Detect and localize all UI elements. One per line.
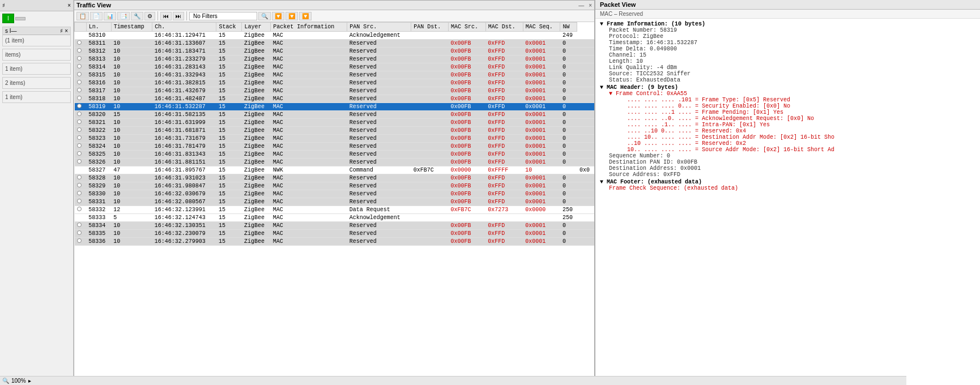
row-mac-dst: 0x0001 xyxy=(523,103,560,111)
table-row[interactable]: 583251016:46:31.83134315ZigBeeMACReserve… xyxy=(75,151,595,159)
table-row[interactable]: 5831016:46:31.12947115ZigBeeMACAcknowled… xyxy=(75,32,595,40)
toolbar-btn-6[interactable]: ⚙ xyxy=(144,12,155,20)
left-panel-close[interactable]: × xyxy=(67,2,71,8)
col-timestamp[interactable]: Timestamp xyxy=(111,23,152,32)
toolbar-btn-5[interactable]: 🔧 xyxy=(131,12,143,20)
table-row[interactable]: 583261016:46:31.88115115ZigBeeMACReserve… xyxy=(75,159,595,166)
mac-footer-header[interactable]: ▼ MAC Footer: (exhausted data) xyxy=(600,179,975,185)
table-row[interactable]: 583221016:46:31.68187115ZigBeeMACReserve… xyxy=(75,127,595,135)
filter-btn-2[interactable]: 🔽 xyxy=(272,12,284,20)
row-mac-dst: 0x0001 xyxy=(523,71,560,79)
row-layer: MAC xyxy=(271,79,347,87)
row-info: Reserved xyxy=(347,151,411,159)
row-icon xyxy=(75,71,87,79)
table-row[interactable]: 583181016:46:31.48248715ZigBeeMACReserve… xyxy=(75,95,595,103)
table-row[interactable]: 583171016:46:31.43267915ZigBeeMACReserve… xyxy=(75,87,595,95)
table-row[interactable]: 583361016:46:32.27990315ZigBeeMACReserve… xyxy=(75,238,595,246)
row-mac-dst: 0x0001 xyxy=(523,135,560,143)
col-layer[interactable]: Layer xyxy=(242,23,271,32)
table-row[interactable]: 583311016:46:32.08056715ZigBeeMACReserve… xyxy=(75,198,595,206)
table-row[interactable]: 583131016:46:31.23327915ZigBeeMACReserve… xyxy=(75,55,595,63)
toggle-off-button[interactable] xyxy=(15,17,25,20)
toggle-on-button[interactable]: I xyxy=(2,14,14,23)
table-row[interactable]: 583191016:46:31.53228715ZigBeeMACReserve… xyxy=(75,103,595,111)
table-row[interactable]: 583281016:46:31.93102315ZigBeeMACReserve… xyxy=(75,174,595,182)
frame-control-header[interactable]: ▼ Frame Control: 0xAA55 xyxy=(609,91,975,97)
filter-btn-4[interactable]: 🔽 xyxy=(299,12,312,20)
row-ch: 15 xyxy=(216,182,242,190)
pkt-source: Source: TICC2532 Sniffer xyxy=(600,71,975,77)
toolbar-btn-3[interactable]: 📊 xyxy=(104,12,116,20)
row-ln: 10 xyxy=(111,222,152,230)
table-row[interactable]: 58333516:46:32.12474315ZigBeeMACAcknowle… xyxy=(75,214,595,222)
fc-frame-type: .... .... .... .101 = Frame Type: [0x5] … xyxy=(609,97,975,103)
row-icon xyxy=(75,182,87,190)
toolbar-btn-4[interactable]: 📑 xyxy=(117,12,130,20)
filter-box[interactable]: No Filters xyxy=(189,12,257,20)
row-id: 58333 xyxy=(86,214,111,222)
table-row[interactable]: 583321216:46:32.12399115ZigBeeMACData Re… xyxy=(75,206,595,214)
row-timestamp: 16:46:31.895767 xyxy=(152,166,216,174)
col-ch[interactable]: Ch. xyxy=(152,23,216,32)
row-pan-dst: 0xFB7C xyxy=(449,206,486,214)
row-pan-dst: 0x00FB xyxy=(449,40,486,48)
table-row[interactable]: 583141016:46:31.28314315ZigBeeMACReserve… xyxy=(75,63,595,71)
table-row[interactable]: 583201516:46:31.58213515ZigBeeMACReserve… xyxy=(75,111,595,119)
toolbar-btn-8[interactable]: ⏭ xyxy=(173,12,184,20)
row-stack: ZigBee xyxy=(242,55,271,63)
row-id: 58332 xyxy=(86,206,111,214)
row-seq: 250 xyxy=(560,214,577,222)
traffic-view-close[interactable]: × xyxy=(589,2,592,8)
col-info[interactable]: Packet Information xyxy=(271,23,347,32)
col-mac-seq[interactable]: MAC Seq. xyxy=(523,23,560,32)
table-row[interactable]: 583211016:46:31.63199915ZigBeeMACReserve… xyxy=(75,119,595,127)
row-seq: 0 xyxy=(560,238,577,246)
row-nw xyxy=(577,238,594,246)
row-ln: 10 xyxy=(111,190,152,198)
mac-header-header[interactable]: ▼ MAC Header: (9 bytes) xyxy=(600,84,975,91)
table-row[interactable]: 583291016:46:31.98084715ZigBeeMACReserve… xyxy=(75,182,595,190)
toolbar-btn-7[interactable]: ⏮ xyxy=(160,12,172,20)
traffic-view-pin[interactable]: — xyxy=(578,2,584,8)
table-row[interactable]: 583151016:46:31.33294315ZigBeeMACReserve… xyxy=(75,71,595,79)
row-mac-src: 0xFFD xyxy=(485,71,523,79)
table-row[interactable]: 583111016:46:31.13360715ZigBeeMACReserve… xyxy=(75,40,595,48)
col-nw[interactable]: NW xyxy=(560,23,577,32)
toolbar-btn-1[interactable]: 📋 xyxy=(76,12,89,20)
toolbar-btn-2[interactable]: 📄 xyxy=(90,12,103,20)
table-row[interactable]: 583341016:46:32.13035115ZigBeeMACReserve… xyxy=(75,222,595,230)
table-row[interactable]: 583241016:46:31.78147915ZigBeeMACReserve… xyxy=(75,143,595,151)
table-row[interactable]: 583231016:46:31.73167915ZigBeeMACReserve… xyxy=(75,135,595,143)
row-stack: ZigBee xyxy=(242,87,271,95)
traffic-table-container[interactable]: Ln. Timestamp Ch. Stack Layer Packet Inf… xyxy=(74,22,594,384)
col-pan-dst[interactable]: PAN Dst. xyxy=(411,23,449,32)
mac-dest-pan: Destination PAN ID: 0x00FB xyxy=(600,159,975,165)
col-ln[interactable]: Ln. xyxy=(86,23,111,32)
row-stack: ZigBee xyxy=(242,182,271,190)
zoom-icon: 🔍 xyxy=(2,378,9,384)
col-pan-src[interactable]: PAN Src. xyxy=(347,23,411,32)
row-pan-src xyxy=(411,48,449,55)
row-mac-dst: 0x0001 xyxy=(523,159,560,166)
row-layer: MAC xyxy=(271,71,347,79)
row-nw xyxy=(577,95,594,103)
row-mac-dst: 0x0000 xyxy=(523,206,560,214)
row-timestamp: 16:46:31.582135 xyxy=(152,111,216,119)
frame-info-header[interactable]: ▼ Frame Information: (10 bytes) xyxy=(600,21,975,27)
table-row[interactable]: 583351016:46:32.23007915ZigBeeMACReserve… xyxy=(75,230,595,238)
col-mac-dst[interactable]: MAC Dst. xyxy=(485,23,523,32)
table-row[interactable]: 583274716:46:31.89576715ZigBeeNWKCommand… xyxy=(75,166,595,174)
table-row[interactable]: 583161016:46:31.38281515ZigBeeMACReserve… xyxy=(75,79,595,87)
row-timestamp: 16:46:31.283143 xyxy=(152,63,216,71)
table-row[interactable]: 583121016:46:31.18347115ZigBeeMACReserve… xyxy=(75,48,595,55)
row-ln: 10 xyxy=(111,55,152,63)
row-info: Reserved xyxy=(347,182,411,190)
col-mac-src[interactable]: MAC Src. xyxy=(449,23,486,32)
table-row[interactable]: 583301016:46:32.03067915ZigBeeMACReserve… xyxy=(75,190,595,198)
filter-btn-3[interactable]: 🔽 xyxy=(286,12,298,20)
filter-btn-1[interactable]: 🔍 xyxy=(258,12,271,20)
col-stack[interactable]: Stack xyxy=(216,23,242,32)
row-timestamp: 16:46:32.080567 xyxy=(152,198,216,206)
row-pan-dst: 0x00FB xyxy=(449,63,486,71)
row-layer: MAC xyxy=(271,214,347,222)
